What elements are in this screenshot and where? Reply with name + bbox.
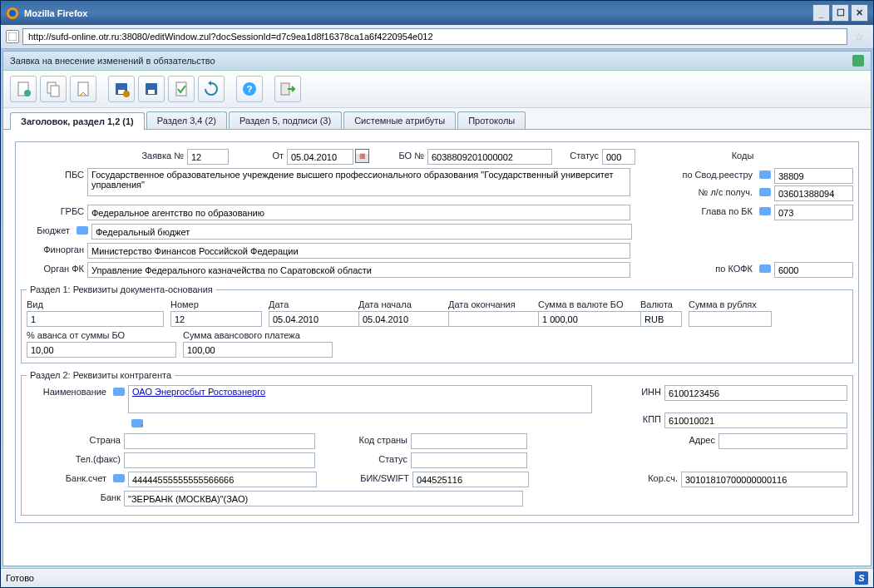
- request-date-field[interactable]: [287, 149, 353, 165]
- close-button[interactable]: ✕: [851, 4, 868, 22]
- kofk-field[interactable]: [774, 262, 853, 278]
- label: по КОФК: [630, 262, 756, 274]
- skype-status-icon[interactable]: S: [855, 571, 868, 585]
- lookup-icon[interactable]: [112, 472, 126, 485]
- doc-new-button[interactable]: [10, 76, 37, 102]
- adres-field[interactable]: [718, 433, 847, 449]
- avans-pct-field[interactable]: [27, 342, 176, 358]
- label: От: [229, 149, 287, 161]
- svg-rect-17: [759, 170, 771, 179]
- nomer-field[interactable]: [170, 311, 262, 327]
- label: Глава по БК: [630, 205, 756, 216]
- tab-system-attrs[interactable]: Системные атрибуты: [343, 111, 456, 129]
- label: по Свод.реестру: [630, 168, 756, 180]
- label: Дата: [269, 299, 352, 309]
- svg-rect-12: [148, 90, 155, 94]
- minimize-button[interactable]: _: [812, 4, 830, 22]
- tab-section34[interactable]: Раздел 3,4 (2): [146, 111, 227, 129]
- restore-icon[interactable]: [852, 55, 864, 67]
- save-commit-button[interactable]: [108, 76, 135, 102]
- lookup-icon[interactable]: [76, 224, 89, 237]
- save-button[interactable]: [138, 76, 165, 102]
- label: Банк.счет: [27, 472, 110, 483]
- maximize-button[interactable]: ☐: [832, 4, 849, 22]
- label: БО №: [369, 149, 427, 161]
- label: ПБС: [21, 168, 87, 180]
- calendar-icon[interactable]: ▦: [355, 149, 369, 163]
- doc-copy-button[interactable]: [40, 76, 67, 102]
- bookmark-star-icon[interactable]: ☆: [851, 30, 868, 43]
- status2-field[interactable]: [411, 452, 527, 468]
- tab-section5[interactable]: Раздел 5, подписи (3): [229, 111, 342, 129]
- lookup-icon[interactable]: [758, 262, 772, 275]
- label: Дата окончания: [448, 299, 531, 309]
- glava-bk-field[interactable]: [774, 205, 853, 220]
- label: БИК/SWIFT: [317, 472, 412, 483]
- svg-rect-13: [176, 82, 186, 96]
- content-area: Заявка на внесение изменений в обязатель…: [1, 49, 873, 568]
- svg-rect-2: [8, 32, 17, 41]
- bank-schet-field[interactable]: [128, 472, 317, 487]
- label: КПП: [623, 413, 664, 424]
- page-icon: [6, 30, 19, 43]
- status-text: Готово: [6, 573, 34, 583]
- bank-field[interactable]: [124, 491, 523, 506]
- lookup-icon[interactable]: [758, 185, 772, 199]
- strana-field[interactable]: [124, 433, 315, 449]
- bik-field[interactable]: [412, 472, 529, 487]
- budget-field[interactable]: [91, 224, 632, 240]
- organfk-field[interactable]: [87, 262, 630, 278]
- form-body: Заявка № От ▦ БО № Статус Коды ПБС Госуд…: [3, 130, 871, 566]
- firefox-icon: [6, 7, 19, 20]
- exit-button[interactable]: [274, 76, 301, 102]
- kpp-field[interactable]: [664, 413, 847, 428]
- doc-print-button[interactable]: [70, 76, 96, 102]
- vid-field[interactable]: [27, 311, 164, 327]
- valuta-field[interactable]: [640, 311, 682, 327]
- document-header: Заявка на внесение изменений в обязатель…: [3, 52, 871, 71]
- kod-strany-field[interactable]: [411, 433, 527, 449]
- svg-point-1: [9, 10, 16, 17]
- lookup-icon[interactable]: [112, 385, 126, 398]
- label: Номер: [170, 299, 262, 309]
- tel-field[interactable]: [124, 452, 315, 468]
- label: Коды: [635, 149, 853, 161]
- grbs-field[interactable]: [87, 205, 630, 220]
- label: Орган ФК: [21, 262, 87, 274]
- label: Наименование: [27, 385, 110, 397]
- label: Сумма авансового платежа: [183, 330, 333, 340]
- svg-rect-19: [759, 207, 771, 215]
- inn-field[interactable]: [664, 385, 847, 401]
- svg-rect-23: [113, 388, 125, 396]
- contragent-name-link[interactable]: ОАО Энергосбыт Ростовэнерго: [132, 387, 265, 397]
- toolbar: ?: [3, 71, 871, 108]
- document-title: Заявка на внесение изменений в обязатель…: [10, 56, 215, 66]
- url-input[interactable]: [22, 28, 847, 45]
- section1-legend: Раздел 1: Реквизиты документа-основания: [27, 284, 216, 294]
- avans-sum-field[interactable]: [183, 342, 333, 358]
- label: Страна: [27, 433, 124, 445]
- request-number-field[interactable]: [187, 149, 229, 165]
- status-field[interactable]: [602, 149, 635, 165]
- finorg-field[interactable]: [87, 243, 630, 259]
- label: Тел.(факс): [27, 452, 124, 464]
- pbs-field[interactable]: Государственное образовательное учрежден…: [87, 168, 630, 196]
- lookup-icon[interactable]: [758, 168, 772, 181]
- tab-protocols[interactable]: Протоколы: [457, 111, 526, 129]
- tab-header[interactable]: Заголовок, раздел 1,2 (1): [10, 112, 145, 130]
- svg-text:?: ?: [247, 84, 253, 94]
- add-icon[interactable]: +: [131, 417, 144, 430]
- bo-number-field[interactable]: [427, 149, 552, 165]
- approve-button[interactable]: [168, 76, 195, 102]
- label: Бюджет: [21, 224, 73, 235]
- korsch-field[interactable]: [681, 472, 847, 487]
- svod-reestr-field[interactable]: [774, 168, 853, 184]
- lookup-icon[interactable]: [758, 205, 772, 218]
- summa-rub-field[interactable]: [689, 311, 772, 327]
- refresh-button[interactable]: [198, 76, 225, 102]
- ls-field[interactable]: [774, 185, 853, 201]
- window-title: Mozilla Firefox: [24, 8, 87, 18]
- section2-legend: Раздел 2: Реквизиты контрагента: [27, 370, 175, 380]
- label: % аванса от суммы БО: [27, 330, 176, 340]
- help-button[interactable]: ?: [236, 76, 263, 102]
